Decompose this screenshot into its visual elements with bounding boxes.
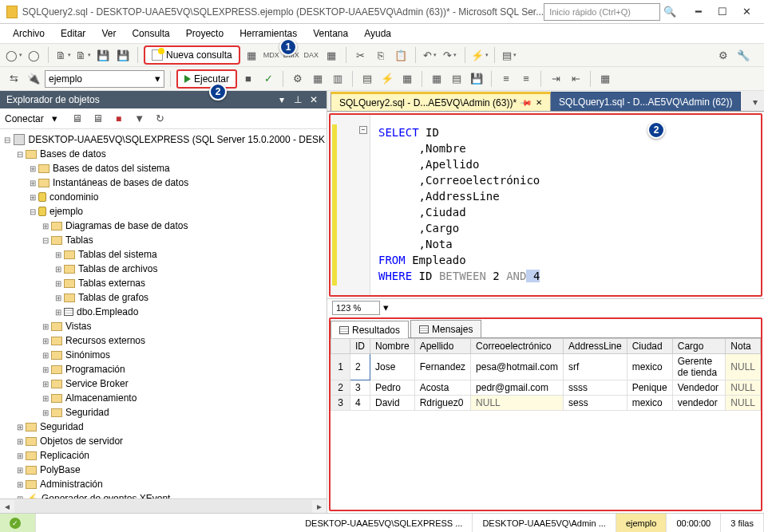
menu-herramientas[interactable]: Herramientas — [232, 26, 305, 41]
connect-button[interactable]: 🔌 — [25, 70, 42, 88]
indent-button[interactable]: ⇥ — [547, 70, 564, 88]
new-query-label: Nueva consulta — [166, 49, 232, 61]
xquery-button[interactable]: ▦ — [323, 46, 340, 64]
connect-server-button[interactable]: 🖥 — [69, 110, 86, 128]
menu-ver[interactable]: Ver — [93, 26, 124, 41]
cut-button[interactable]: ✂ — [352, 46, 370, 64]
undo-button[interactable]: ↶ — [422, 46, 439, 64]
object-explorer-scrollbar[interactable]: ◂▸ — [0, 499, 327, 513]
collapse-icon[interactable]: − — [359, 126, 367, 134]
mdx-button[interactable]: MDX — [263, 46, 280, 64]
tab-mensajes[interactable]: Mensajes — [410, 320, 481, 337]
menu-editar[interactable]: Editar — [53, 26, 93, 41]
registered-servers-button[interactable]: ⚙ — [715, 46, 732, 64]
check-icon: ✓ — [10, 518, 21, 529]
new-query-button[interactable]: Nueva consulta — [144, 45, 240, 65]
menu-bar: Archivo Editar Ver Consulta Proyecto Her… — [0, 24, 764, 43]
title-bar: SQLQuery2.sql - DESKTOP-UAAE5VQ\SQLEXPRE… — [0, 0, 764, 24]
code-content[interactable]: SELECT ID ,Nombre ,Apellido ,Correoelect… — [370, 115, 761, 295]
save-button[interactable]: 💾 — [94, 46, 112, 64]
table-row[interactable]: 3 4 David Rdriguez0 NULL sess mexico ven… — [331, 396, 761, 411]
play-icon — [184, 75, 191, 83]
comment-button[interactable]: ≡ — [497, 70, 515, 88]
main-toolbar: ◯ ◯ 🗎 🗎 💾 💾 Nueva consulta 1 ▦ MDX DMX D… — [0, 43, 764, 67]
execute-button[interactable]: Ejecutar — [176, 69, 237, 89]
dax-button[interactable]: DAX — [303, 46, 320, 64]
disconnect-button[interactable]: 🖥 — [89, 110, 107, 128]
results-grid-button[interactable]: ▦ — [428, 70, 445, 88]
new-project-button[interactable]: 🗎 — [54, 46, 72, 64]
new-query-icon — [152, 49, 163, 61]
tools-button[interactable]: 🔧 — [734, 46, 752, 64]
object-explorer-toolbar: Conectar ▾ 🖥 🖥 ■ ▼ ↻ — [0, 108, 327, 129]
grid-icon — [339, 326, 349, 334]
zoom-row: 123 % ▾ — [327, 298, 764, 316]
redo-button[interactable]: ↷ — [441, 46, 459, 64]
status-server: DESKTOP-UAAE5VQ\SQLEXPRESS ... — [295, 514, 473, 532]
editor-tabstrip: SQLQuery2.sql - D...AE5VQ\Admin (63))* 📌… — [327, 91, 764, 112]
editor-margin: − — [331, 115, 370, 295]
tab-sqlquery2[interactable]: SQLQuery2.sql - D...AE5VQ\Admin (63))* 📌… — [331, 92, 551, 111]
tab-overflow-button[interactable]: ▾ — [746, 93, 764, 111]
maximize-button[interactable]: ☐ — [711, 3, 734, 21]
refresh-button[interactable]: ↻ — [152, 110, 169, 128]
pin-icon[interactable]: ⊥ — [291, 93, 304, 106]
menu-ayuda[interactable]: Ayuda — [356, 26, 399, 41]
close-button[interactable]: ✕ — [735, 3, 758, 21]
database-combo[interactable]: ejemplo ▾ — [45, 70, 164, 88]
minimize-button[interactable]: ━ — [687, 3, 710, 21]
search-icon[interactable]: 🔍 — [662, 3, 678, 21]
results-file-button[interactable]: 💾 — [468, 70, 485, 88]
menu-consulta[interactable]: Consulta — [124, 26, 177, 41]
pin-icon[interactable]: 📌 — [520, 96, 532, 108]
app-icon — [6, 6, 18, 18]
tab-sqlquery1[interactable]: SQLQuery1.sql - D...AE5VQ\Admin (62)) — [550, 92, 741, 111]
status-database: ejemplo — [616, 514, 667, 532]
menu-proyecto[interactable]: Proyecto — [178, 26, 232, 41]
back-button[interactable]: ◯ — [5, 46, 22, 64]
code-editor[interactable]: − SELECT ID ,Nombre ,Apellido ,Correoele… — [329, 113, 762, 297]
zoom-combo[interactable]: 123 % — [332, 301, 380, 315]
window-title: SQLQuery2.sql - DESKTOP-UAAE5VQ\SQLEXPRE… — [22, 6, 544, 18]
close-panel-icon[interactable]: ✕ — [307, 93, 320, 106]
forward-button[interactable]: ◯ — [25, 46, 42, 64]
live-stats-button[interactable]: ▥ — [329, 70, 346, 88]
profiler-button[interactable]: ▤ — [501, 46, 518, 64]
surround-button[interactable]: ▦ — [398, 70, 416, 88]
menu-archivo[interactable]: Archivo — [5, 26, 53, 41]
connect-label[interactable]: Conectar — [5, 113, 44, 124]
tab-resultados[interactable]: Resultados — [331, 321, 409, 338]
uncomment-button[interactable]: ≡ — [517, 70, 535, 88]
actual-plan-button[interactable]: ▦ — [309, 70, 327, 88]
filter-button[interactable]: ▼ — [131, 110, 148, 128]
stop-button[interactable]: ■ — [239, 70, 257, 88]
activity-button[interactable]: ⚡ — [471, 46, 489, 64]
results-grid[interactable]: ID Nombre Apellido Correoelectrónico Add… — [331, 338, 761, 510]
table-row[interactable]: 1 2 Jose Fernandez pesa@hotmail.com srf … — [331, 354, 761, 380]
table-row[interactable]: 2 3 Pedro Acosta pedr@gmail.com ssss Pen… — [331, 380, 761, 396]
chevron-down-icon[interactable]: ▾ — [383, 302, 389, 313]
status-rows: 3 filas — [721, 514, 764, 532]
results-text-button[interactable]: ▤ — [448, 70, 465, 88]
estimated-plan-button[interactable]: ⚙ — [289, 70, 307, 88]
object-tree[interactable]: ⊟DESKTOP-UAAE5VQ\SQLEXPRESS (SQL Server … — [0, 129, 327, 499]
outdent-button[interactable]: ⇤ — [567, 70, 584, 88]
stop-oe-button[interactable]: ■ — [110, 110, 128, 128]
intellisense-button[interactable]: ⚡ — [378, 70, 396, 88]
quick-launch-input[interactable]: Inicio rápido (Ctrl+Q) — [544, 3, 660, 21]
specify-values-button[interactable]: ▦ — [596, 70, 614, 88]
sqlcmd-button[interactable]: ▤ — [358, 70, 376, 88]
connect-dropdown-icon[interactable]: ▾ — [52, 113, 57, 124]
dropdown-icon[interactable]: ▾ — [275, 93, 288, 106]
copy-button[interactable]: ⎘ — [372, 46, 390, 64]
change-connection-button[interactable]: ⇆ — [5, 70, 22, 88]
close-tab-icon[interactable]: ✕ — [536, 98, 542, 107]
parse-button[interactable]: ✓ — [259, 70, 277, 88]
save-all-button[interactable]: 💾 — [114, 46, 132, 64]
query-toolbar: ⇆ 🔌 ejemplo ▾ Ejecutar 2 ■ ✓ ⚙ ▦ ▥ ▤ ⚡ ▦… — [0, 67, 764, 91]
menu-ventana[interactable]: Ventana — [305, 26, 356, 41]
xmla-button[interactable]: ▦ — [243, 46, 260, 64]
open-button[interactable]: 🗎 — [74, 46, 92, 64]
messages-icon — [419, 325, 429, 333]
paste-button[interactable]: 📋 — [392, 46, 410, 64]
